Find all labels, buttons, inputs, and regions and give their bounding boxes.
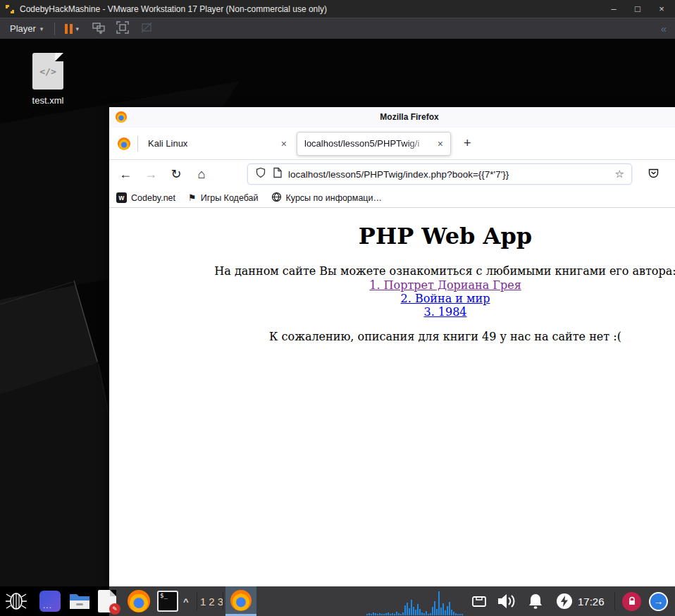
- terminal-icon: $_: [157, 591, 178, 612]
- close-tab-icon[interactable]: ×: [278, 138, 290, 149]
- back-icon[interactable]: ←: [116, 165, 135, 183]
- kali-desktop: </> test.xml Mozilla Firefox Kali Linux …: [0, 39, 675, 586]
- launcher-text-editor[interactable]: ✎: [98, 590, 116, 612]
- pocket-icon[interactable]: [648, 167, 659, 182]
- tab-separator: [137, 136, 138, 152]
- panel-expand-button[interactable]: ^: [183, 590, 189, 612]
- tab-localhost-active[interactable]: localhost/lesson5/PHPTwig/i ×: [297, 132, 451, 156]
- code-glyph: </>: [39, 66, 56, 77]
- send-ctrl-alt-del-icon[interactable]: [92, 20, 106, 37]
- vm-window-title: CodebyHackMashine - VMware Workstation 1…: [20, 4, 327, 14]
- firefox-icon: [128, 590, 150, 612]
- chevron-down-icon: ▾: [75, 25, 79, 32]
- page-info-icon[interactable]: [273, 167, 283, 181]
- launcher-app-window[interactable]: ...: [39, 590, 61, 612]
- logout-button[interactable]: →: [649, 590, 668, 612]
- forward-icon: →: [142, 165, 160, 183]
- firefox-icon: [230, 590, 252, 611]
- chevron-down-icon: ▾: [40, 25, 44, 32]
- fullscreen-icon[interactable]: [116, 20, 130, 37]
- workspace-2[interactable]: 2: [209, 596, 214, 608]
- firefox-logo-icon: [116, 111, 127, 123]
- book-link-1[interactable]: 1. Портрет Дориана Грея: [109, 278, 675, 292]
- folder-icon: [68, 591, 91, 611]
- system-monitor-graph[interactable]: [366, 589, 465, 615]
- globe-icon: [271, 192, 282, 204]
- dots-glyph: ...: [43, 600, 52, 610]
- unity-mode-icon: [140, 20, 154, 37]
- bookmarks-toolbar: w Codeby.net ⚑ Игры Кодебай Курсы по инф…: [109, 188, 675, 208]
- codeby-favicon: w: [116, 192, 127, 203]
- panel-divider: [223, 592, 223, 610]
- not-found-message: К сожалению, описания для книги 49 у нас…: [109, 330, 675, 343]
- url-text[interactable]: localhost/lesson5/PHPTwig/index.php?book…: [288, 169, 609, 180]
- firefox-titlebar[interactable]: Mozilla Firefox: [109, 107, 675, 128]
- shield-icon[interactable]: [255, 167, 266, 181]
- player-menu-button[interactable]: Player ▾: [6, 22, 47, 35]
- book-link-2[interactable]: 2. Война и мир: [109, 292, 675, 305]
- bookmark-igry-kodebay[interactable]: ⚑ Игры Кодебай: [188, 192, 258, 203]
- chevron-up-icon: ^: [183, 596, 189, 607]
- pencil-glyph: ✎: [109, 603, 120, 615]
- page-title: PHP Web App: [109, 223, 675, 250]
- power-manager-icon[interactable]: [556, 590, 573, 612]
- clock[interactable]: 17:26: [578, 590, 605, 612]
- xfce-panel: ... ✎ $_ ^ 1 2: [0, 586, 675, 616]
- launcher-terminal[interactable]: $_: [157, 590, 178, 612]
- pause-icon: [65, 24, 73, 34]
- app-window-icon: ...: [39, 591, 61, 612]
- reload-icon[interactable]: ↻: [167, 165, 185, 183]
- maximize-button[interactable]: □: [628, 4, 647, 14]
- collapse-toolbar-button[interactable]: «: [661, 23, 669, 35]
- minimize-button[interactable]: –: [605, 4, 623, 14]
- tab-label: localhost/lesson5/PHPTwig/i: [304, 138, 435, 149]
- launcher-firefox[interactable]: [128, 590, 150, 612]
- bookmark-label: Codeby.net: [131, 193, 175, 203]
- volume-icon[interactable]: [496, 590, 517, 612]
- firefox-view-button[interactable]: [115, 135, 133, 153]
- navigation-bar: ← → ↻ ⌂ localhost/lesson5/PHPTwig/index.…: [109, 160, 675, 188]
- launcher-file-manager[interactable]: [68, 590, 91, 612]
- kali-menu-button[interactable]: [4, 590, 28, 612]
- vmware-titlebar: CodebyHackMashine - VMware Workstation 1…: [0, 0, 675, 18]
- desktop-file-testxml[interactable]: </> test.xml: [23, 53, 73, 106]
- player-menu-label: Player: [10, 23, 36, 34]
- file-name-label: test.xml: [23, 95, 73, 106]
- page-viewport: PHP Web App На данном сайте Вы можете оз…: [109, 208, 675, 586]
- network-tray-icon[interactable]: [471, 590, 488, 612]
- bookmark-label: Курсы по информаци…: [286, 193, 383, 203]
- bookmark-kursy[interactable]: Курсы по информаци…: [271, 192, 383, 204]
- bookmark-codeby[interactable]: w Codeby.net: [116, 192, 175, 203]
- kali-dragon-icon: [4, 590, 28, 612]
- taskbar-firefox-window-button[interactable]: [225, 586, 256, 616]
- panel-divider: [614, 592, 615, 610]
- close-tab-icon[interactable]: ×: [435, 138, 446, 149]
- home-icon[interactable]: ⌂: [192, 165, 211, 183]
- toolbar-divider: [54, 23, 55, 35]
- workspace-1[interactable]: 1: [200, 596, 206, 608]
- firefox-view-icon: [118, 137, 130, 150]
- vmware-toolbar: Player ▾ ▾ «: [0, 18, 675, 39]
- intro-text: На данном сайте Вы можете ознакомиться с…: [214, 264, 675, 278]
- screen-lock-button[interactable]: [622, 590, 641, 612]
- web-page: PHP Web App На данном сайте Вы можете оз…: [109, 223, 675, 343]
- vmware-player-icon: [4, 4, 16, 15]
- vm-screen: CodebyHackMashine - VMware Workstation 1…: [0, 0, 675, 616]
- bookmark-star-icon[interactable]: ☆: [615, 168, 624, 180]
- new-tab-button[interactable]: +: [459, 136, 476, 151]
- xml-file-icon: </>: [32, 53, 63, 90]
- tab-kali-linux[interactable]: Kali Linux ×: [144, 132, 295, 156]
- text-editor-icon: ✎: [98, 590, 116, 612]
- suspend-vm-button[interactable]: ▾: [62, 24, 82, 34]
- book-link-3[interactable]: 3. 1984: [109, 305, 675, 319]
- notification-bell-icon[interactable]: [526, 590, 545, 612]
- tab-label: Kali Linux: [148, 138, 278, 149]
- flag-icon: ⚑: [188, 192, 197, 203]
- close-button[interactable]: ×: [652, 4, 671, 14]
- panel-divider: [197, 592, 197, 610]
- firefox-window-title: Mozilla Firefox: [380, 112, 438, 122]
- bookmark-label: Игры Кодебай: [201, 193, 259, 203]
- tab-bar: Kali Linux × localhost/lesson5/PHPTwig/i…: [109, 128, 675, 160]
- arrow-right-icon: →: [649, 592, 668, 611]
- url-bar[interactable]: localhost/lesson5/PHPTwig/index.php?book…: [247, 164, 632, 185]
